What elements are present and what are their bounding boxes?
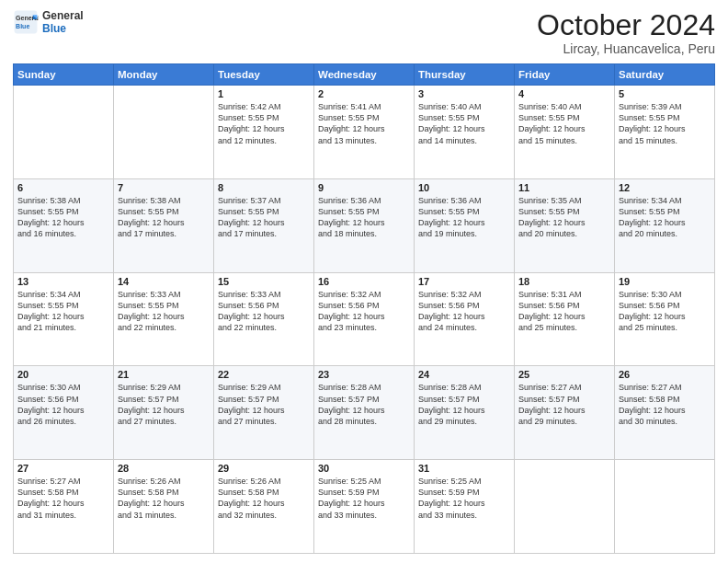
cell-content: Sunrise: 5:38 AMSunset: 5:55 PMDaylight:… (118, 195, 210, 240)
calendar-cell: 10Sunrise: 5:36 AMSunset: 5:55 PMDayligh… (415, 178, 515, 272)
day-number: 7 (118, 182, 210, 193)
calendar-cell: 7Sunrise: 5:38 AMSunset: 5:55 PMDaylight… (114, 178, 214, 272)
day-number: 18 (518, 276, 610, 287)
svg-text:Blue: Blue (16, 23, 29, 29)
calendar-page: General Blue General Blue October 2024 L… (0, 0, 728, 563)
weekday-header-monday: Monday (114, 64, 214, 86)
cell-content: Sunrise: 5:34 AMSunset: 5:55 PMDaylight:… (17, 289, 109, 334)
cell-content: Sunrise: 5:32 AMSunset: 5:56 PMDaylight:… (318, 289, 410, 334)
cell-content: Sunrise: 5:27 AMSunset: 5:57 PMDaylight:… (518, 382, 610, 427)
cell-content: Sunrise: 5:30 AMSunset: 5:56 PMDaylight:… (17, 382, 109, 427)
calendar-cell: 12Sunrise: 5:34 AMSunset: 5:55 PMDayligh… (615, 178, 715, 272)
calendar-cell: 17Sunrise: 5:32 AMSunset: 5:56 PMDayligh… (415, 272, 515, 366)
week-row-2: 6Sunrise: 5:38 AMSunset: 5:55 PMDaylight… (14, 178, 715, 272)
cell-content: Sunrise: 5:36 AMSunset: 5:55 PMDaylight:… (318, 195, 410, 240)
calendar-cell: 15Sunrise: 5:33 AMSunset: 5:56 PMDayligh… (214, 272, 314, 366)
calendar-cell: 20Sunrise: 5:30 AMSunset: 5:56 PMDayligh… (14, 366, 114, 460)
cell-content: Sunrise: 5:30 AMSunset: 5:56 PMDaylight:… (619, 289, 711, 334)
day-number: 30 (318, 463, 410, 474)
week-row-5: 27Sunrise: 5:27 AMSunset: 5:58 PMDayligh… (14, 460, 715, 554)
calendar-cell: 21Sunrise: 5:29 AMSunset: 5:57 PMDayligh… (114, 366, 214, 460)
day-number: 5 (619, 88, 711, 99)
calendar-cell: 26Sunrise: 5:27 AMSunset: 5:58 PMDayligh… (615, 366, 715, 460)
calendar-cell: 22Sunrise: 5:29 AMSunset: 5:57 PMDayligh… (214, 366, 314, 460)
weekday-header-sunday: Sunday (14, 64, 114, 86)
day-number: 25 (518, 369, 610, 380)
logo: General Blue General Blue (13, 9, 84, 35)
calendar-cell (515, 460, 615, 554)
month-title: October 2024 (537, 9, 715, 41)
day-number: 31 (418, 463, 510, 474)
cell-content: Sunrise: 5:26 AMSunset: 5:58 PMDaylight:… (218, 476, 310, 521)
calendar-table: SundayMondayTuesdayWednesdayThursdayFrid… (13, 63, 715, 554)
logo-icon: General Blue (13, 9, 39, 35)
calendar-cell: 6Sunrise: 5:38 AMSunset: 5:55 PMDaylight… (14, 178, 114, 272)
calendar-cell: 18Sunrise: 5:31 AMSunset: 5:56 PMDayligh… (515, 272, 615, 366)
calendar-cell: 31Sunrise: 5:25 AMSunset: 5:59 PMDayligh… (415, 460, 515, 554)
calendar-cell: 9Sunrise: 5:36 AMSunset: 5:55 PMDaylight… (314, 178, 415, 272)
weekday-header-row: SundayMondayTuesdayWednesdayThursdayFrid… (14, 64, 715, 86)
calendar-cell (114, 86, 214, 179)
calendar-cell: 25Sunrise: 5:27 AMSunset: 5:57 PMDayligh… (515, 366, 615, 460)
cell-content: Sunrise: 5:34 AMSunset: 5:55 PMDaylight:… (619, 195, 711, 240)
weekday-header-wednesday: Wednesday (314, 64, 415, 86)
week-row-3: 13Sunrise: 5:34 AMSunset: 5:55 PMDayligh… (14, 272, 715, 366)
calendar-cell: 16Sunrise: 5:32 AMSunset: 5:56 PMDayligh… (314, 272, 415, 366)
calendar-cell: 24Sunrise: 5:28 AMSunset: 5:57 PMDayligh… (415, 366, 515, 460)
day-number: 4 (518, 88, 610, 99)
cell-content: Sunrise: 5:25 AMSunset: 5:59 PMDaylight:… (418, 476, 510, 521)
cell-content: Sunrise: 5:41 AMSunset: 5:55 PMDaylight:… (318, 101, 410, 146)
day-number: 13 (17, 276, 109, 287)
day-number: 27 (17, 463, 109, 474)
day-number: 28 (118, 463, 210, 474)
day-number: 6 (17, 182, 109, 193)
calendar-cell: 14Sunrise: 5:33 AMSunset: 5:55 PMDayligh… (114, 272, 214, 366)
day-number: 26 (619, 369, 711, 380)
calendar-cell: 28Sunrise: 5:26 AMSunset: 5:58 PMDayligh… (114, 460, 214, 554)
day-number: 23 (318, 369, 410, 380)
cell-content: Sunrise: 5:29 AMSunset: 5:57 PMDaylight:… (118, 382, 210, 427)
cell-content: Sunrise: 5:27 AMSunset: 5:58 PMDaylight:… (17, 476, 109, 521)
cell-content: Sunrise: 5:29 AMSunset: 5:57 PMDaylight:… (218, 382, 310, 427)
day-number: 17 (418, 276, 510, 287)
cell-content: Sunrise: 5:40 AMSunset: 5:55 PMDaylight:… (418, 101, 510, 146)
day-number: 15 (218, 276, 310, 287)
calendar-cell: 11Sunrise: 5:35 AMSunset: 5:55 PMDayligh… (515, 178, 615, 272)
calendar-cell: 27Sunrise: 5:27 AMSunset: 5:58 PMDayligh… (14, 460, 114, 554)
title-block: October 2024 Lircay, Huancavelica, Peru (537, 9, 715, 56)
day-number: 19 (619, 276, 711, 287)
calendar-cell: 5Sunrise: 5:39 AMSunset: 5:55 PMDaylight… (615, 86, 715, 179)
day-number: 10 (418, 182, 510, 193)
cell-content: Sunrise: 5:37 AMSunset: 5:55 PMDaylight:… (218, 195, 310, 240)
day-number: 2 (318, 88, 410, 99)
cell-content: Sunrise: 5:35 AMSunset: 5:55 PMDaylight:… (518, 195, 610, 240)
day-number: 9 (318, 182, 410, 193)
day-number: 3 (418, 88, 510, 99)
calendar-cell: 30Sunrise: 5:25 AMSunset: 5:59 PMDayligh… (314, 460, 415, 554)
day-number: 11 (518, 182, 610, 193)
cell-content: Sunrise: 5:42 AMSunset: 5:55 PMDaylight:… (218, 101, 310, 146)
location-title: Lircay, Huancavelica, Peru (537, 41, 715, 56)
cell-content: Sunrise: 5:26 AMSunset: 5:58 PMDaylight:… (118, 476, 210, 521)
weekday-header-tuesday: Tuesday (214, 64, 314, 86)
cell-content: Sunrise: 5:33 AMSunset: 5:56 PMDaylight:… (218, 289, 310, 334)
calendar-cell: 4Sunrise: 5:40 AMSunset: 5:55 PMDaylight… (515, 86, 615, 179)
day-number: 21 (118, 369, 210, 380)
logo-blue: Blue (42, 22, 84, 35)
weekday-header-saturday: Saturday (615, 64, 715, 86)
calendar-cell (14, 86, 114, 179)
cell-content: Sunrise: 5:38 AMSunset: 5:55 PMDaylight:… (17, 195, 109, 240)
cell-content: Sunrise: 5:31 AMSunset: 5:56 PMDaylight:… (518, 289, 610, 334)
cell-content: Sunrise: 5:33 AMSunset: 5:55 PMDaylight:… (118, 289, 210, 334)
calendar-cell (615, 460, 715, 554)
day-number: 22 (218, 369, 310, 380)
weekday-header-thursday: Thursday (415, 64, 515, 86)
cell-content: Sunrise: 5:28 AMSunset: 5:57 PMDaylight:… (418, 382, 510, 427)
calendar-cell: 13Sunrise: 5:34 AMSunset: 5:55 PMDayligh… (14, 272, 114, 366)
calendar-cell: 3Sunrise: 5:40 AMSunset: 5:55 PMDaylight… (415, 86, 515, 179)
svg-rect-0 (15, 11, 38, 34)
day-number: 16 (318, 276, 410, 287)
day-number: 12 (619, 182, 711, 193)
cell-content: Sunrise: 5:27 AMSunset: 5:58 PMDaylight:… (619, 382, 711, 427)
day-number: 24 (418, 369, 510, 380)
